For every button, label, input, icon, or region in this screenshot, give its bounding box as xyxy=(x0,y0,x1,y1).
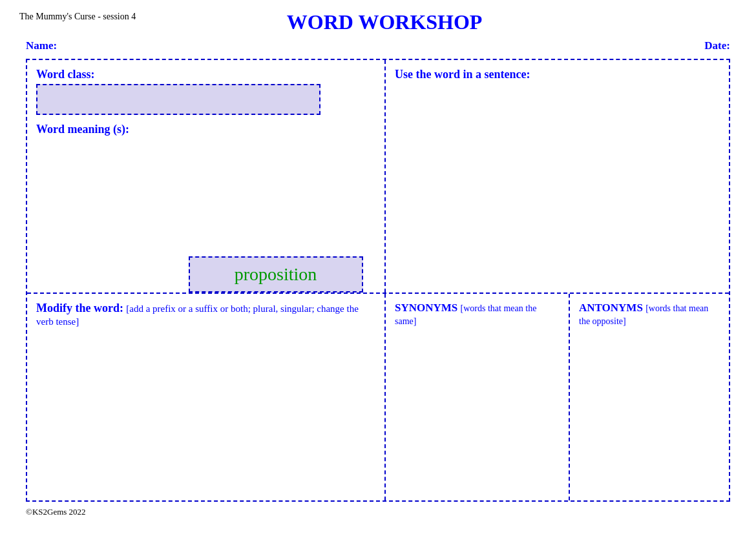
name-label: Name: xyxy=(26,39,57,52)
top-row: Word class: Word meaning (s): propositio… xyxy=(27,60,729,294)
proposition-word: proposition xyxy=(235,264,317,284)
bottom-row: Modify the word: [add a prefix or a suff… xyxy=(27,294,729,500)
right-panel: Use the word in a sentence: xyxy=(386,60,729,293)
antonyms-panel: ANTONYMS [words that mean the opposite] xyxy=(570,294,729,500)
header-bar: The Mummy's Curse - session 4 WORD WORKS… xyxy=(19,12,737,34)
word-class-box[interactable] xyxy=(36,84,320,115)
synonyms-main: SYNONYMS xyxy=(395,302,457,314)
proposition-box: proposition xyxy=(189,256,363,293)
left-panel: Word class: Word meaning (s): propositio… xyxy=(27,60,386,293)
modify-main-label: Modify the word: xyxy=(36,302,123,314)
proposition-area: proposition xyxy=(189,256,363,293)
synonyms-label: SYNONYMS [words that mean the same] xyxy=(395,302,560,327)
modify-label: Modify the word: [add a prefix or a suff… xyxy=(36,302,375,328)
antonyms-label: ANTONYMS [words that mean the opposite] xyxy=(579,302,720,327)
modify-panel: Modify the word: [add a prefix or a suff… xyxy=(27,294,386,500)
synonyms-panel: SYNONYMS [words that mean the same] xyxy=(386,294,570,500)
session-title: The Mummy's Curse - session 4 xyxy=(19,12,136,22)
use-in-sentence-label: Use the word in a sentence: xyxy=(395,68,720,81)
workshop-title: WORD WORKSHOP xyxy=(136,10,633,34)
copyright: ©KS2Gems 2022 xyxy=(26,507,737,517)
main-grid: Word class: Word meaning (s): propositio… xyxy=(26,59,730,502)
date-label: Date: xyxy=(704,39,730,52)
page: The Mummy's Curse - session 4 WORD WORKS… xyxy=(0,0,756,534)
word-meaning-label: Word meaning (s): xyxy=(36,123,375,136)
antonyms-main: ANTONYMS xyxy=(579,302,643,314)
word-class-label: Word class: xyxy=(36,68,375,81)
name-date-row: Name: Date: xyxy=(19,39,737,52)
